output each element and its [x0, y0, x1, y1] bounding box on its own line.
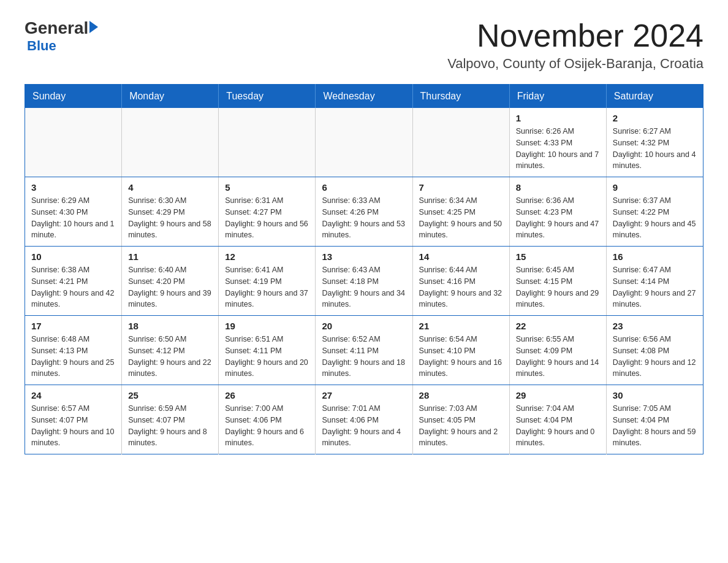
calendar-cell: 3Sunrise: 6:29 AM Sunset: 4:30 PM Daylig…	[25, 177, 122, 247]
calendar-cell	[25, 108, 122, 177]
calendar-cell: 24Sunrise: 6:57 AM Sunset: 4:07 PM Dayli…	[25, 385, 122, 454]
day-info: Sunrise: 6:57 AM Sunset: 4:07 PM Dayligh…	[31, 403, 115, 449]
month-title: November 2024	[447, 18, 703, 53]
day-info: Sunrise: 6:48 AM Sunset: 4:13 PM Dayligh…	[31, 334, 115, 380]
col-header-monday: Monday	[122, 85, 219, 109]
logo-general: General	[25, 18, 88, 38]
day-info: Sunrise: 6:30 AM Sunset: 4:29 PM Dayligh…	[128, 195, 212, 241]
calendar-cell: 12Sunrise: 6:41 AM Sunset: 4:19 PM Dayli…	[219, 247, 316, 316]
logo-blue: Blue	[27, 38, 56, 54]
day-info: Sunrise: 6:38 AM Sunset: 4:21 PM Dayligh…	[31, 264, 115, 310]
col-header-saturday: Saturday	[606, 85, 703, 109]
calendar-cell: 28Sunrise: 7:03 AM Sunset: 4:05 PM Dayli…	[412, 385, 509, 454]
day-number: 22	[516, 321, 600, 331]
day-number: 16	[613, 251, 697, 262]
day-number: 26	[225, 390, 309, 400]
day-number: 4	[128, 182, 212, 193]
day-number: 2	[613, 113, 697, 123]
logo: General Blue	[25, 18, 98, 54]
col-header-wednesday: Wednesday	[316, 85, 412, 109]
day-info: Sunrise: 6:45 AM Sunset: 4:15 PM Dayligh…	[516, 264, 600, 310]
day-info: Sunrise: 6:52 AM Sunset: 4:11 PM Dayligh…	[322, 334, 406, 380]
day-info: Sunrise: 6:31 AM Sunset: 4:27 PM Dayligh…	[225, 195, 309, 241]
day-number: 11	[128, 251, 212, 262]
day-info: Sunrise: 6:41 AM Sunset: 4:19 PM Dayligh…	[225, 264, 309, 310]
day-number: 15	[516, 251, 600, 262]
day-number: 5	[225, 182, 309, 193]
day-info: Sunrise: 7:03 AM Sunset: 4:05 PM Dayligh…	[419, 403, 503, 449]
calendar-cell	[316, 108, 412, 177]
day-number: 19	[225, 321, 309, 331]
day-number: 1	[516, 113, 600, 123]
calendar-cell: 11Sunrise: 6:40 AM Sunset: 4:20 PM Dayli…	[122, 247, 219, 316]
day-info: Sunrise: 6:56 AM Sunset: 4:08 PM Dayligh…	[613, 334, 697, 380]
day-number: 6	[322, 182, 406, 193]
calendar-cell: 15Sunrise: 6:45 AM Sunset: 4:15 PM Dayli…	[509, 247, 606, 316]
calendar-cell: 5Sunrise: 6:31 AM Sunset: 4:27 PM Daylig…	[219, 177, 316, 247]
calendar-cell	[122, 108, 219, 177]
calendar-cell: 23Sunrise: 6:56 AM Sunset: 4:08 PM Dayli…	[606, 316, 703, 385]
day-info: Sunrise: 6:34 AM Sunset: 4:25 PM Dayligh…	[419, 195, 503, 241]
day-number: 7	[419, 182, 503, 193]
day-info: Sunrise: 6:33 AM Sunset: 4:26 PM Dayligh…	[322, 195, 406, 241]
day-info: Sunrise: 7:04 AM Sunset: 4:04 PM Dayligh…	[516, 403, 600, 449]
day-info: Sunrise: 6:59 AM Sunset: 4:07 PM Dayligh…	[128, 403, 212, 449]
day-number: 18	[128, 321, 212, 331]
day-number: 3	[31, 182, 115, 193]
col-header-sunday: Sunday	[25, 85, 122, 109]
calendar-cell: 22Sunrise: 6:55 AM Sunset: 4:09 PM Dayli…	[509, 316, 606, 385]
calendar-cell: 4Sunrise: 6:30 AM Sunset: 4:29 PM Daylig…	[122, 177, 219, 247]
calendar-cell: 25Sunrise: 6:59 AM Sunset: 4:07 PM Dayli…	[122, 385, 219, 454]
calendar-cell: 27Sunrise: 7:01 AM Sunset: 4:06 PM Dayli…	[316, 385, 412, 454]
day-number: 8	[516, 182, 600, 193]
calendar-cell	[219, 108, 316, 177]
day-info: Sunrise: 6:36 AM Sunset: 4:23 PM Dayligh…	[516, 195, 600, 241]
day-info: Sunrise: 6:37 AM Sunset: 4:22 PM Dayligh…	[613, 195, 697, 241]
day-number: 20	[322, 321, 406, 331]
day-info: Sunrise: 6:29 AM Sunset: 4:30 PM Dayligh…	[31, 195, 115, 241]
calendar-cell: 19Sunrise: 6:51 AM Sunset: 4:11 PM Dayli…	[219, 316, 316, 385]
day-number: 23	[613, 321, 697, 331]
day-number: 25	[128, 390, 212, 400]
calendar-cell: 9Sunrise: 6:37 AM Sunset: 4:22 PM Daylig…	[606, 177, 703, 247]
day-info: Sunrise: 6:43 AM Sunset: 4:18 PM Dayligh…	[322, 264, 406, 310]
day-info: Sunrise: 7:05 AM Sunset: 4:04 PM Dayligh…	[613, 403, 697, 449]
day-info: Sunrise: 6:55 AM Sunset: 4:09 PM Dayligh…	[516, 334, 600, 380]
col-header-tuesday: Tuesday	[219, 85, 316, 109]
calendar-cell: 2Sunrise: 6:27 AM Sunset: 4:32 PM Daylig…	[606, 108, 703, 177]
day-number: 17	[31, 321, 115, 331]
day-number: 10	[31, 251, 115, 262]
logo-arrow-icon	[89, 21, 98, 33]
day-info: Sunrise: 7:00 AM Sunset: 4:06 PM Dayligh…	[225, 403, 309, 449]
location-subtitle: Valpovo, County of Osijek-Baranja, Croat…	[447, 56, 703, 72]
col-header-friday: Friday	[509, 85, 606, 109]
day-info: Sunrise: 6:40 AM Sunset: 4:20 PM Dayligh…	[128, 264, 212, 310]
day-number: 13	[322, 251, 406, 262]
calendar-cell: 18Sunrise: 6:50 AM Sunset: 4:12 PM Dayli…	[122, 316, 219, 385]
calendar-cell: 16Sunrise: 6:47 AM Sunset: 4:14 PM Dayli…	[606, 247, 703, 316]
calendar-cell: 17Sunrise: 6:48 AM Sunset: 4:13 PM Dayli…	[25, 316, 122, 385]
calendar-cell: 8Sunrise: 6:36 AM Sunset: 4:23 PM Daylig…	[509, 177, 606, 247]
day-info: Sunrise: 6:27 AM Sunset: 4:32 PM Dayligh…	[613, 126, 697, 172]
calendar-cell: 10Sunrise: 6:38 AM Sunset: 4:21 PM Dayli…	[25, 247, 122, 316]
calendar-cell: 30Sunrise: 7:05 AM Sunset: 4:04 PM Dayli…	[606, 385, 703, 454]
calendar-cell: 13Sunrise: 6:43 AM Sunset: 4:18 PM Dayli…	[316, 247, 412, 316]
calendar-cell: 6Sunrise: 6:33 AM Sunset: 4:26 PM Daylig…	[316, 177, 412, 247]
day-number: 28	[419, 390, 503, 400]
day-info: Sunrise: 6:44 AM Sunset: 4:16 PM Dayligh…	[419, 264, 503, 310]
day-info: Sunrise: 6:50 AM Sunset: 4:12 PM Dayligh…	[128, 334, 212, 380]
day-number: 29	[516, 390, 600, 400]
day-number: 14	[419, 251, 503, 262]
col-header-thursday: Thursday	[412, 85, 509, 109]
day-info: Sunrise: 6:26 AM Sunset: 4:33 PM Dayligh…	[516, 126, 600, 172]
day-number: 27	[322, 390, 406, 400]
day-number: 21	[419, 321, 503, 331]
calendar-cell: 1Sunrise: 6:26 AM Sunset: 4:33 PM Daylig…	[509, 108, 606, 177]
calendar-cell: 26Sunrise: 7:00 AM Sunset: 4:06 PM Dayli…	[219, 385, 316, 454]
day-info: Sunrise: 6:51 AM Sunset: 4:11 PM Dayligh…	[225, 334, 309, 380]
calendar-cell: 20Sunrise: 6:52 AM Sunset: 4:11 PM Dayli…	[316, 316, 412, 385]
calendar-cell: 21Sunrise: 6:54 AM Sunset: 4:10 PM Dayli…	[412, 316, 509, 385]
page-header: General Blue November 2024 Valpovo, Coun…	[25, 18, 703, 72]
title-area: November 2024 Valpovo, County of Osijek-…	[447, 18, 703, 72]
day-number: 30	[613, 390, 697, 400]
